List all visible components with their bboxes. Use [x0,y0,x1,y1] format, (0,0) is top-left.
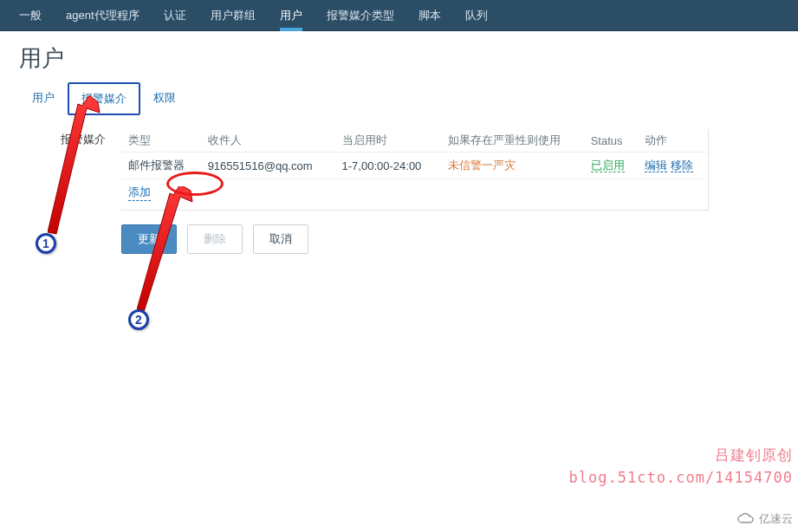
corner-brand-logo: 亿速云 [736,511,793,527]
th-actions: 动作 [638,129,708,152]
th-recipient: 收件人 [201,129,335,152]
cancel-button[interactable]: 取消 [253,224,308,254]
cloud-icon [736,513,756,525]
delete-button[interactable]: 删除 [187,224,243,254]
cell-type: 邮件报警器 [121,152,201,179]
field-label-media: 报警媒介 [19,129,106,211]
annotation-marker-1: 1 [36,233,56,254]
topnav-scripts[interactable]: 脚本 [406,0,453,31]
cell-recipient: 916551516@qq.com [201,152,335,179]
watermark-text: 吕建钊原创 blog.51cto.com/14154700 [569,444,793,489]
cell-when: 1-7,00:00-24:00 [335,152,441,179]
th-severity: 如果存在严重性则使用 [441,129,584,152]
topnav-agent[interactable]: agent代理程序 [54,0,152,31]
table-header-row: 类型 收件人 当启用时 如果存在严重性则使用 Status 动作 [121,129,708,152]
topnav-usergroups[interactable]: 用户群组 [198,0,268,31]
top-navigation: 一般 agent代理程序 认证 用户群组 用户 报警媒介类型 脚本 队列 [0,0,798,31]
th-status: Status [584,129,638,152]
subtab-media[interactable]: 报警媒介 [68,82,140,115]
update-button[interactable]: 更新 [121,224,177,254]
add-row: 添加 [121,179,708,211]
topnav-auth[interactable]: 认证 [152,0,198,31]
remove-link[interactable]: 移除 [671,159,693,172]
page-title: 用户 [0,31,798,82]
cell-severity: 未信警一严灾 [441,152,584,179]
content-area: 报警媒介 类型 收件人 当启用时 如果存在严重性则使用 Status 动作 邮件… [19,129,779,211]
add-media-link[interactable]: 添加 [128,185,151,201]
edit-link[interactable]: 编辑 [645,159,667,172]
annotation-marker-2: 2 [128,309,149,330]
subtabs: 用户 报警媒介 权限 [0,82,798,115]
topnav-mediatypes[interactable]: 报警媒介类型 [315,0,406,31]
th-type: 类型 [121,129,201,152]
cell-actions: 编辑 移除 [638,152,708,179]
topnav-general[interactable]: 一般 [7,0,54,31]
topnav-users[interactable]: 用户 [268,0,315,31]
button-row: 更新 删除 取消 [121,224,798,254]
media-table: 类型 收件人 当启用时 如果存在严重性则使用 Status 动作 邮件报警器 9… [121,129,709,211]
subtab-permissions[interactable]: 权限 [140,82,189,115]
topnav-queue[interactable]: 队列 [453,0,500,31]
th-when: 当启用时 [335,129,441,152]
table-row: 邮件报警器 916551516@qq.com 1-7,00:00-24:00 未… [121,152,708,179]
cell-status: 已启用 [584,152,638,179]
subtab-user[interactable]: 用户 [19,82,68,115]
